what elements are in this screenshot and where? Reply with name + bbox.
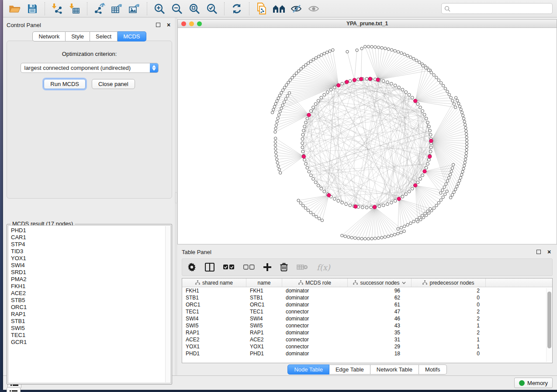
open-file-button[interactable] bbox=[7, 2, 22, 16]
table-cell[interactable]: 31 bbox=[348, 337, 412, 343]
select-all-button[interactable] bbox=[223, 261, 235, 273]
table-cell[interactable]: ORC1 bbox=[182, 302, 246, 308]
table-cell[interactable]: 47 bbox=[348, 309, 412, 315]
table-cell[interactable]: PHD1 bbox=[246, 351, 282, 357]
tab-network[interactable]: Network bbox=[32, 31, 66, 41]
result-list-item[interactable]: RAP1 bbox=[11, 311, 170, 318]
vertical-splitter[interactable] bbox=[175, 17, 177, 375]
close-panel-button[interactable]: × bbox=[165, 21, 172, 28]
table-row[interactable]: TEC1TEC1connector472 bbox=[182, 308, 552, 315]
table-row[interactable]: ORC1ORC1dominator610 bbox=[182, 301, 552, 308]
table-cell[interactable]: 1 bbox=[412, 344, 486, 350]
table-row[interactable]: SWI5SWI5connector431 bbox=[182, 322, 552, 329]
table-cell[interactable]: 46 bbox=[348, 316, 412, 322]
table-cell[interactable]: SWI4 bbox=[182, 316, 246, 322]
network-window-titlebar[interactable]: YPA_prune.txt_1 bbox=[178, 20, 557, 28]
table-cell[interactable]: TEC1 bbox=[246, 309, 282, 315]
table-cell[interactable]: 61 bbox=[348, 302, 412, 308]
table-row[interactable]: RAP1RAP1dominator352 bbox=[182, 329, 552, 336]
table-cell[interactable]: 2 bbox=[412, 309, 486, 315]
table-cell[interactable]: dominator bbox=[282, 295, 348, 301]
table-cell[interactable]: 1 bbox=[412, 323, 486, 329]
run-mcds-button[interactable]: Run MCDS bbox=[44, 79, 86, 89]
table-cell[interactable]: FKH1 bbox=[246, 288, 282, 294]
export-image-button[interactable] bbox=[127, 2, 142, 16]
table-cell[interactable]: 96 bbox=[348, 288, 412, 294]
result-list-scrollbar[interactable] bbox=[165, 226, 170, 382]
show-all-button[interactable] bbox=[307, 2, 322, 16]
hide-selected-button[interactable] bbox=[289, 2, 304, 16]
zoom-in-button[interactable] bbox=[152, 2, 167, 16]
table-cell[interactable]: RAP1 bbox=[246, 330, 282, 336]
scrollbar-thumb[interactable] bbox=[547, 292, 551, 348]
tab-node-table[interactable]: Node Table bbox=[287, 364, 329, 375]
function-builder-button[interactable]: f(x) bbox=[317, 261, 330, 273]
column-header-predecessor-nodes[interactable]: predecessor nodes bbox=[412, 279, 486, 287]
result-list-item[interactable]: ACE2 bbox=[11, 290, 170, 297]
search-input[interactable] bbox=[452, 6, 550, 12]
table-cell[interactable]: RAP1 bbox=[182, 330, 246, 336]
clone-network-button[interactable] bbox=[254, 2, 269, 16]
table-cell[interactable]: 2 bbox=[412, 288, 486, 294]
table-row[interactable]: FKH1FKH1dominator962 bbox=[182, 287, 552, 294]
result-list-item[interactable]: STB5 bbox=[11, 297, 170, 304]
tab-mcds[interactable]: MCDS bbox=[118, 31, 146, 41]
unselect-all-button[interactable] bbox=[243, 261, 255, 273]
table-row[interactable]: ACE2ACE2connector311 bbox=[182, 336, 552, 343]
export-network-button[interactable] bbox=[92, 2, 107, 16]
table-cell[interactable]: 35 bbox=[348, 330, 412, 336]
result-list-item[interactable]: SWI5 bbox=[11, 325, 170, 332]
panel-menu-button[interactable] bbox=[7, 387, 21, 392]
result-list-item[interactable]: CAR1 bbox=[11, 234, 170, 241]
import-network-button[interactable] bbox=[50, 2, 65, 16]
tab-select[interactable]: Select bbox=[90, 31, 118, 41]
tab-edge-table[interactable]: Edge Table bbox=[329, 364, 370, 375]
tab-style[interactable]: Style bbox=[66, 31, 90, 41]
close-panel-action-button[interactable]: Close panel bbox=[92, 79, 135, 89]
table-cell[interactable]: 18 bbox=[348, 351, 412, 357]
table-cell[interactable]: ACE2 bbox=[182, 337, 246, 343]
table-cell[interactable]: dominator bbox=[282, 330, 348, 336]
table-cell[interactable]: 0 bbox=[412, 351, 486, 357]
delete-table-button[interactable] bbox=[297, 261, 308, 273]
tab-network-table[interactable]: Network Table bbox=[370, 364, 419, 375]
table-row[interactable]: SWI4SWI4dominator462 bbox=[182, 315, 552, 322]
result-list-item[interactable]: GCR1 bbox=[11, 339, 170, 346]
result-list-item[interactable]: PMA2 bbox=[11, 276, 170, 283]
table-cell[interactable]: connector bbox=[282, 344, 348, 350]
import-table-button[interactable] bbox=[67, 2, 82, 16]
tab-motifs[interactable]: Motifs bbox=[419, 364, 447, 375]
result-list-item[interactable]: SWI4 bbox=[11, 262, 170, 269]
mcds-result-list[interactable]: PHD1CAR1STP4TID3YOX1SWI4SRD1PMA2FKH1ACE2… bbox=[8, 225, 171, 383]
result-list-item[interactable]: ORC1 bbox=[11, 304, 170, 311]
result-list-item[interactable]: PHD1 bbox=[11, 227, 170, 234]
table-cell[interactable]: dominator bbox=[282, 351, 348, 357]
table-cell[interactable]: dominator bbox=[282, 288, 348, 294]
result-list-item[interactable]: FKH1 bbox=[11, 283, 170, 290]
close-table-panel-button[interactable]: × bbox=[546, 248, 553, 255]
result-list-item[interactable]: TEC1 bbox=[11, 332, 170, 339]
table-cell[interactable]: ORC1 bbox=[246, 302, 282, 308]
table-cell[interactable]: 29 bbox=[348, 344, 412, 350]
save-session-button[interactable] bbox=[25, 2, 40, 16]
result-list-item[interactable]: SRD1 bbox=[11, 269, 170, 276]
column-header-successor-nodes[interactable]: successor nodes bbox=[348, 279, 412, 287]
table-cell[interactable]: ACE2 bbox=[246, 337, 282, 343]
column-header-shared-name[interactable]: shared name bbox=[182, 279, 246, 287]
table-cell[interactable]: SWI5 bbox=[182, 323, 246, 329]
table-cell[interactable]: connector bbox=[282, 309, 348, 315]
table-cell[interactable]: 0 bbox=[412, 302, 486, 308]
table-cell[interactable]: 2 bbox=[412, 330, 486, 336]
table-cell[interactable]: connector bbox=[282, 337, 348, 343]
table-cell[interactable]: FKH1 bbox=[182, 288, 246, 294]
table-cell[interactable]: 2 bbox=[412, 316, 486, 322]
first-neighbors-button[interactable] bbox=[272, 2, 287, 16]
add-column-button[interactable] bbox=[263, 261, 271, 273]
criterion-select[interactable]: largest connected component (undirected) bbox=[21, 63, 159, 73]
column-header-mcds-role[interactable]: MCDS role bbox=[282, 279, 348, 287]
export-table-button[interactable] bbox=[110, 2, 125, 16]
table-cell[interactable]: PHD1 bbox=[182, 351, 246, 357]
result-list-item[interactable]: STP4 bbox=[11, 241, 170, 248]
table-cell[interactable]: STB1 bbox=[246, 295, 282, 301]
table-cell[interactable]: 1 bbox=[412, 337, 486, 343]
